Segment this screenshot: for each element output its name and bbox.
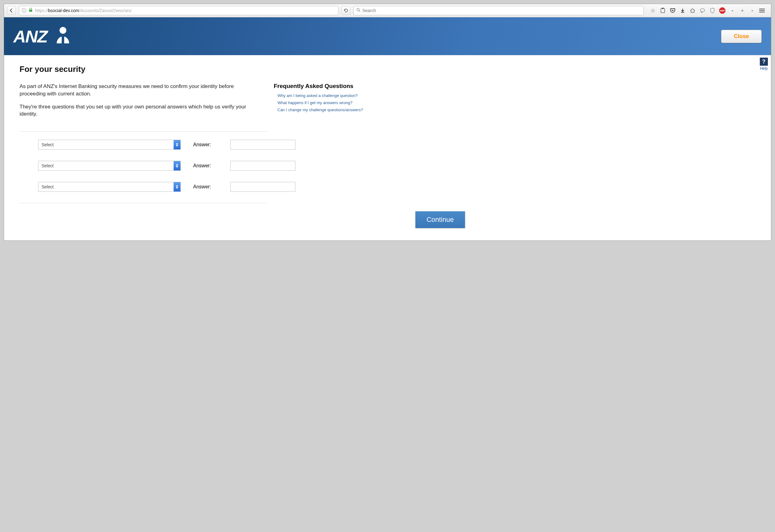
extension-icon[interactable]: ✦ xyxy=(739,7,746,14)
question-row-1: Select Answer: xyxy=(20,140,755,150)
back-button[interactable] xyxy=(7,6,16,15)
help-icon: ? xyxy=(760,58,768,66)
help-label: Help xyxy=(760,66,768,71)
answer-label: Answer: xyxy=(193,142,218,147)
faq-panel: Frequently Asked Questions Why am I bein… xyxy=(274,83,385,123)
home-icon[interactable] xyxy=(689,7,696,14)
help-button[interactable]: ? Help xyxy=(760,58,768,71)
answer-label: Answer: xyxy=(193,163,218,169)
url-text: https://bsocial-dev.com/Accounts/Zanusi/… xyxy=(35,8,336,13)
select-arrows-icon xyxy=(174,182,180,191)
page-title: For your security xyxy=(20,64,755,74)
answer-input-3[interactable] xyxy=(230,182,295,192)
faq-link-2[interactable]: What happens if I get my answers wrong? xyxy=(274,99,385,106)
dropdown-icon-2[interactable]: ▾ xyxy=(749,7,755,14)
logo-text: ANZ xyxy=(13,26,47,46)
answer-label: Answer: xyxy=(193,184,218,190)
shield-icon[interactable] xyxy=(709,7,716,14)
continue-button[interactable]: Continue xyxy=(416,211,465,228)
faq-link-1[interactable]: Why am I being asked a challenge questio… xyxy=(274,92,385,99)
lock-icon xyxy=(29,8,33,13)
close-button[interactable]: Close xyxy=(721,30,762,43)
logo: ANZ xyxy=(13,25,74,47)
search-input[interactable] xyxy=(362,8,641,13)
svg-line-2 xyxy=(359,11,360,12)
answer-input-2[interactable] xyxy=(230,161,295,171)
question-select-3[interactable]: Select xyxy=(38,182,181,192)
menu-icon[interactable] xyxy=(759,7,765,14)
svg-point-1 xyxy=(357,8,359,11)
toolbar-icon-group: ☆ ABP ▾ ✦ ▾ xyxy=(647,7,768,14)
svg-point-11 xyxy=(59,27,66,34)
select-arrows-icon xyxy=(174,140,180,149)
download-icon[interactable] xyxy=(679,7,686,14)
separator-2 xyxy=(20,203,267,203)
reload-icon xyxy=(343,8,348,13)
question-row-2: Select Answer: xyxy=(20,161,755,171)
dropdown-icon[interactable]: ▾ xyxy=(729,7,736,14)
logo-icon xyxy=(52,25,74,47)
select-arrows-icon xyxy=(174,161,180,170)
star-icon[interactable]: ☆ xyxy=(650,7,656,14)
question-select-2[interactable]: Select xyxy=(38,161,181,171)
pocket-icon[interactable] xyxy=(669,7,676,14)
arrow-left-icon xyxy=(9,8,14,13)
faq-title: Frequently Asked Questions xyxy=(274,83,385,90)
separator xyxy=(20,131,267,132)
svg-point-5 xyxy=(700,9,705,12)
address-bar[interactable]: ⓘ https://bsocial-dev.com/Accounts/Zanus… xyxy=(19,6,338,15)
select-value: Select xyxy=(38,163,54,168)
faq-link-3[interactable]: Can I change my challenge questions/answ… xyxy=(274,106,385,113)
select-value: Select xyxy=(38,184,54,189)
question-select-1[interactable]: Select xyxy=(38,140,181,150)
search-icon xyxy=(356,8,360,13)
answer-input-1[interactable] xyxy=(230,140,295,150)
svg-rect-4 xyxy=(662,8,664,9)
reload-button[interactable] xyxy=(341,6,350,15)
page-content: ? Help For your security As part of ANZ'… xyxy=(4,55,771,240)
svg-text:ABP: ABP xyxy=(720,9,725,12)
adblock-icon[interactable]: ABP xyxy=(719,7,726,14)
select-value: Select xyxy=(38,142,54,147)
svg-rect-3 xyxy=(661,8,665,13)
question-row-3: Select Answer: xyxy=(20,182,755,192)
clipboard-icon[interactable] xyxy=(659,7,666,14)
browser-toolbar: ⓘ https://bsocial-dev.com/Accounts/Zanus… xyxy=(4,4,771,17)
challenge-form: Select Answer: Select Answer: Select xyxy=(20,140,755,192)
svg-rect-0 xyxy=(29,10,32,12)
browser-window: ⓘ https://bsocial-dev.com/Accounts/Zanus… xyxy=(4,4,771,241)
page-header: ANZ Close xyxy=(4,17,771,55)
site-identity-icon[interactable]: ⓘ xyxy=(22,8,26,14)
chat-icon[interactable] xyxy=(699,7,706,14)
intro-paragraph-2: They're three questions that you set up … xyxy=(20,103,255,118)
search-bar[interactable] xyxy=(353,6,644,15)
intro-paragraph-1: As part of ANZ's Internet Banking securi… xyxy=(20,83,255,98)
